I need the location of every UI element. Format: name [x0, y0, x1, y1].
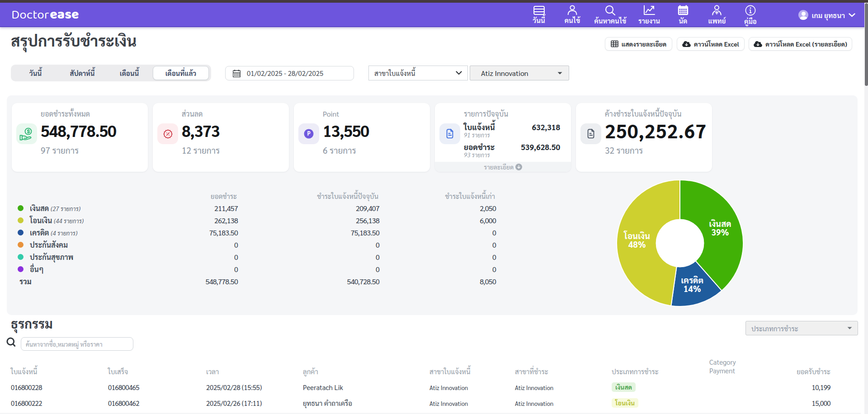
svg-text:48%: 48%	[628, 239, 646, 249]
svg-text:P: P	[307, 130, 311, 137]
svg-text:14%: 14%	[684, 283, 701, 294]
svg-text:39%: 39%	[711, 226, 729, 237]
